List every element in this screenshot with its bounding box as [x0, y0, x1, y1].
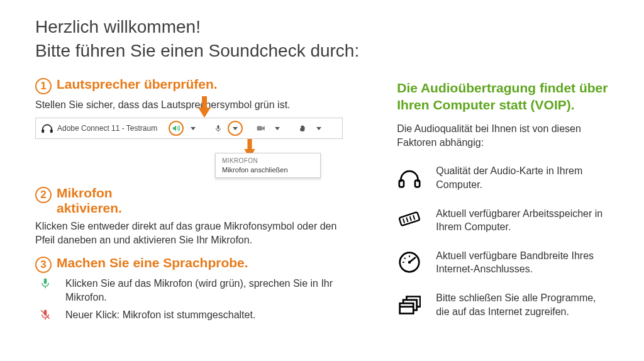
mic-active-icon [35, 277, 55, 289]
factor2-text: Aktuell verfügbarer Arbeitsspeicher in I… [436, 207, 609, 234]
right-intro: Die Audioqualität bei Ihnen ist von dies… [397, 122, 609, 149]
hand-icon[interactable] [296, 121, 309, 135]
headphones-icon [41, 123, 53, 133]
factor-ram: Aktuell verfügbarer Arbeitsspeicher in I… [397, 207, 609, 234]
toolbar-screenshot: Adobe Connect 11 - Testraum [35, 118, 343, 174]
svg-rect-1 [50, 130, 53, 133]
step3-title-text: Machen Sie eine Sprachprobe. [57, 255, 248, 270]
ram-icon [397, 211, 422, 230]
svg-rect-20 [400, 303, 414, 313]
step3-green-text: Klicken Sie auf das Mikrofon (wird grün)… [65, 277, 343, 304]
mic-caret[interactable] [228, 121, 243, 136]
step1-number: 1 [35, 78, 52, 94]
factor1-text: Qualität der Audio-Karte in Ihrem Comput… [436, 164, 609, 191]
step3-red-row: Neuer Klick: Mikrofon ist stummgeschalte… [35, 308, 343, 322]
step3-number: 3 [35, 257, 52, 273]
step3-red-text: Neuer Klick: Mikrofon ist stummgeschalte… [65, 308, 255, 322]
svg-rect-0 [42, 130, 44, 133]
windows-stack-icon [397, 294, 422, 316]
step3-title: 3 Machen Sie eine Sprachprobe. [35, 255, 343, 273]
factor4-text: Bitte schließen Sie alle Programme, die … [436, 291, 609, 318]
speaker-caret[interactable] [186, 121, 200, 135]
adobe-toolbar: Adobe Connect 11 - Testraum [35, 118, 343, 139]
step2-title-l1: Mikrofon [57, 186, 113, 200]
mic-icon[interactable] [211, 121, 225, 135]
mic-muted-icon [35, 308, 55, 321]
step2-title: 2 Mikrofon aktivieren. [35, 186, 343, 216]
factor-bandwidth: Aktuell verfügbare Bandbreite Ihres Inte… [397, 249, 609, 276]
svg-rect-2 [218, 125, 219, 129]
headline-line2: Bitte führen Sie einen Soundcheck durch: [35, 41, 359, 60]
toolbar-title: Adobe Connect 11 - Testraum [57, 124, 157, 133]
step1-body: Stellen Sie sicher, dass das Lautspreche… [35, 98, 343, 112]
step3-green-row: Klicken Sie auf das Mikrofon (wird grün)… [35, 277, 343, 304]
headline-line1: Herzlich willkommen! [35, 17, 201, 36]
speaker-icon[interactable] [169, 121, 184, 136]
svg-line-13 [413, 215, 414, 219]
right-heading: Die Audioübertragung findet über Ihren C… [397, 79, 609, 114]
mic-dropdown: MIKROFON Mikrofon anschließen [215, 153, 321, 178]
factor-audio-card: Qualität der Audio-Karte in Ihrem Comput… [397, 164, 609, 191]
step2-title-l2: aktivieren. [57, 201, 122, 215]
dropdown-header: MIKROFON [222, 157, 314, 164]
hand-caret[interactable] [312, 121, 326, 135]
svg-rect-3 [257, 126, 262, 131]
svg-line-19 [404, 258, 406, 259]
step2-body: Klicken Sie entweder direkt auf das grau… [35, 219, 343, 247]
step2-number: 2 [35, 187, 52, 203]
step1-title: 1 Lautsprecher überprüfen. [35, 77, 343, 94]
camera-caret[interactable] [270, 121, 284, 135]
svg-rect-9 [399, 212, 420, 226]
page-headline: Herzlich willkommen! Bitte führen Sie ei… [35, 15, 609, 63]
factor-close-programs: Bitte schließen Sie alle Programme, die … [397, 291, 609, 318]
dropdown-item[interactable]: Mikrofon anschließen [222, 166, 314, 174]
svg-line-12 [410, 216, 411, 221]
arrow-down-icon [198, 96, 211, 115]
svg-line-16 [409, 258, 415, 262]
factor3-text: Aktuell verfügbare Bandbreite Ihres Inte… [436, 249, 609, 276]
svg-rect-4 [44, 279, 47, 284]
gauge-icon [397, 251, 422, 274]
camera-icon[interactable] [254, 121, 268, 135]
svg-line-11 [406, 218, 408, 222]
svg-line-10 [403, 219, 404, 223]
step1-title-text: Lautsprecher überprüfen. [57, 77, 218, 92]
headphones-icon [397, 168, 422, 188]
